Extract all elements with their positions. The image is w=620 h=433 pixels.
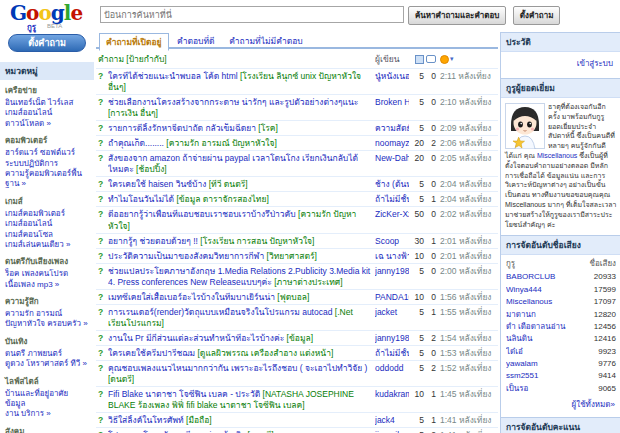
question-author-link[interactable]: เฉ นางฟ้า (375, 251, 409, 262)
reputation-user-link[interactable]: Winya444 (506, 284, 578, 296)
question-title-link[interactable]: งานใน Pr มีกี่ส่วนแต่ละส่วนทำหน้าที่อะไร… (108, 333, 284, 343)
question-labels-link[interactable]: [ภาษาต่างประเทศ] (274, 277, 342, 287)
question-title-link[interactable]: ใครเคยใช้ haisen วินซ์บ้าง (108, 179, 206, 189)
reputation-row: BABORCLUB 20933 (506, 271, 616, 283)
question-labels-link[interactable]: [มือถือ] (186, 415, 212, 425)
reputation-user-link[interactable]: Miscellanous (506, 296, 578, 308)
sort-arrow-icon[interactable]: ▾ (450, 55, 454, 63)
guru-name-link[interactable]: Miscellanous (537, 152, 577, 159)
tab-open-questions[interactable]: คำถามที่เปิดอยู่ (99, 33, 169, 51)
question-title-link[interactable]: ใครที่ได้ช่วยแนะนำพบอล โค้ด html (108, 71, 238, 81)
reputation-user-link[interactable]: มาดานก (506, 309, 578, 321)
question-points: 50 (409, 209, 424, 220)
question-author-link[interactable]: ช้าง (ต้นห (375, 179, 409, 190)
search-questions-button[interactable]: ค้นหาคำถามและคำตอบ (408, 6, 506, 25)
question-author-link[interactable]: janny198 (375, 333, 409, 344)
question-title-link[interactable]: รายการดีลิ้งรักหาจีตปาถัด กลัวเข็มฉีดยา (108, 123, 256, 133)
question-labels-link[interactable]: [ทีวี ดนตรี] (209, 179, 248, 189)
question-row: ? ใครเคยใช้ haisen วินซ์บ้าง [ทีวี ดนตรี… (96, 176, 498, 191)
question-title-link[interactable]: เมทซี่เคยใส่เสื้อเบอร์อะไรบ้างในทีมบาเยิ… (108, 292, 275, 302)
question-author-link[interactable]: New-Dah (375, 153, 409, 164)
reputation-user-link[interactable]: เป็นรอ (506, 383, 578, 395)
top-guru-box-header: กูรูผู้ยอดเยี่ยม (501, 78, 620, 98)
reputation-user-link[interactable]: ssm2551 (506, 370, 578, 382)
logo-beta-label: BETA (47, 23, 62, 29)
question-row: ? เมทซี่เคยใส่เสื้อเบอร์อะไรบ้างในทีมบาเ… (96, 289, 498, 304)
question-author-link[interactable]: Broken H (375, 97, 409, 108)
category-links[interactable]: ดนตรี ภาพยนตร์ ดูดวง โหราศาสตร์ ทีวี » (5, 349, 89, 370)
question-title-link[interactable]: ช่วยเลือกงานโครงสร้างจากกระดาษ น่ารักๆ แ… (108, 97, 358, 107)
question-labels-link[interactable]: [ดูแลผิวพรรณ เครื่องสำอาง แต่งหน้า] (198, 348, 334, 358)
question-time: 1:54 หลังเที่ยง (436, 333, 496, 344)
reputation-user-link[interactable]: ดำ เดือดาลนอ่าน (506, 321, 578, 333)
time-sun-icon[interactable] (440, 55, 449, 64)
question-labels-link[interactable]: [ฟุตบอล] (277, 292, 309, 302)
reputation-user-link[interactable]: yawalam (506, 358, 578, 370)
question-title-link[interactable]: ใครเคยใช้ครีมปารีชฌม (108, 348, 195, 358)
question-author-link[interactable]: oddodd (375, 363, 409, 374)
category-links[interactable]: ความรัก อารมณ์ ปัญหาหัวใจ ครอบครัว » (5, 309, 89, 330)
question-points: 5 (409, 266, 424, 277)
all-users-link[interactable]: ผู้ใช้ทั้งหมด» (501, 396, 620, 417)
login-link[interactable]: เข้าสู่ระบบ (501, 52, 620, 78)
question-answers-count: 0 (424, 251, 436, 262)
question-author-link[interactable]: ZicKer-Xz (375, 209, 409, 220)
category-links[interactable]: บ้านและที่อยู่อาศัย ข้อมูล งาน บริการ » (5, 389, 89, 420)
question-author-link[interactable]: ถ้าไม่มีชั้น (375, 348, 409, 359)
reputation-user-link[interactable]: BABORCLUB (506, 271, 578, 283)
question-author-link[interactable]: janny198 (375, 266, 409, 277)
question-labels-link[interactable]: [ความรัก อารมณ์ ปัญหาหัวใจ] (166, 138, 276, 148)
question-author-link[interactable]: jacket (375, 307, 409, 318)
reputation-value: 12820 (578, 309, 616, 321)
question-points: 5 (409, 307, 424, 318)
category-links[interactable]: ร็อค เพลงคนโปรด เนื้อเพลง mp3 » (5, 269, 89, 290)
question-mark-icon: ? (98, 251, 108, 262)
category-links[interactable]: อินเทอร์เน็ต ไวร์เลส เกมส์ออนไลน์ ดาวน์โ… (5, 98, 89, 129)
ask-question-header-button[interactable]: ตั้งคำถาม (513, 6, 561, 25)
question-title-link[interactable]: ถำคุณเก็ด........ (108, 138, 164, 148)
question-title-link[interactable]: Fifi Blake นาตาชา โจซีฟิน เบลค - ประวัติ (108, 389, 260, 399)
tab-unanswered[interactable]: คำถามที่ไม่มีคำตอบ (223, 33, 309, 49)
tab-good-answers[interactable]: คำตอบที่ดี (171, 33, 221, 49)
question-title-link[interactable]: คุณชอบเพลงแนวไหนมากกว่ากัน เพราะอะไรถึงช… (108, 363, 367, 373)
search-input[interactable] (100, 6, 404, 23)
question-labels-link[interactable]: [วิทยาศาสตร์] (267, 251, 317, 261)
question-labels-link[interactable]: [โรงเรียน การสอน ปัญหาหัวใจ] (200, 236, 314, 246)
question-title-link[interactable]: ทำไมโอนวันไม่ได้ (108, 194, 174, 204)
category-links[interactable]: ฮาร์ดแวร์ ซอฟต์แวร์ ระบบปฏิบัติการ ความร… (5, 148, 89, 190)
question-time: 1:56 หลังเที่ยง (436, 292, 496, 303)
question-time: 2:01 หลังเที่ยง (436, 236, 496, 247)
question-time: 2:05 หลังเที่ยง (436, 153, 496, 164)
reputation-user-link[interactable]: ได๋เอ๋ (506, 346, 578, 358)
question-author-link[interactable]: ถ้าไม่มีชั้น (375, 194, 409, 205)
question-labels-link[interactable]: [ข้อมูล ดาราจักรสองไทย] (176, 194, 268, 204)
question-author-link[interactable]: นู๋หนังเนอ (375, 71, 409, 82)
reputation-user-link[interactable]: นลินดิน (506, 333, 578, 345)
question-time: 1:53 หลังเที่ยง (436, 348, 496, 359)
question-labels-link[interactable]: [ดนตรี] (108, 374, 134, 384)
question-author-link[interactable]: ความสัตย์ (375, 123, 409, 134)
question-mark-icon: ? (98, 123, 108, 134)
question-title-link[interactable]: วิธีใส่ลิ้งค์ในโทรศัพท์ (108, 415, 184, 425)
question-text: งานใน Pr มีกี่ส่วนแต่ละส่วนทำหน้าที่อะไร… (108, 333, 375, 344)
question-author-link[interactable]: kudakram (375, 389, 409, 400)
question-title-link[interactable]: การเรนเดอร์(render)วัตถุแบบเหมือนจริงในโ… (108, 307, 332, 317)
question-author-link[interactable]: Scoop (375, 236, 409, 247)
question-author-link[interactable]: jack4 (375, 415, 409, 426)
reputation-ranking: กูรู ชื่อเสียง BABORCLUB 20933 Winya444 … (501, 255, 620, 396)
question-labels-link[interactable]: [ช้อปปิ้ง] (136, 164, 167, 174)
category-links[interactable]: เกมส์คอมพิวเตอร์ เกมส์ออนไลน์ เกมส์คอนโซ… (5, 209, 89, 251)
answers-bubble-icon[interactable] (426, 55, 436, 63)
question-labels-link[interactable]: [การเงิน อื่นๆ] (108, 108, 158, 118)
question-labels-link[interactable]: [ข้อมูล] (287, 333, 313, 343)
question-title-link[interactable]: อยากรู้ๆ ช่วยตอบด้วยๆ !! (108, 236, 198, 246)
ask-question-button[interactable]: ตั้งคำถาม (8, 34, 86, 52)
category-group-title: สังคม (5, 425, 89, 433)
question-labels-link[interactable]: [โรค] (258, 123, 278, 133)
reputation-box-header: การจัดอันดับชื่อเสียง (501, 235, 620, 255)
question-title-link[interactable]: ดีออยากรู้ว่าเพื่อนที่แอบชอบเราชอบเราบ้า… (108, 209, 296, 219)
points-icon[interactable] (415, 55, 424, 64)
question-author-link[interactable]: PANDA10 (375, 292, 409, 303)
question-author-link[interactable]: noomayzz (375, 138, 409, 149)
question-title-link[interactable]: ประวัติความเป็นมาของสังคมวิทยาการกีฬา (108, 251, 264, 261)
